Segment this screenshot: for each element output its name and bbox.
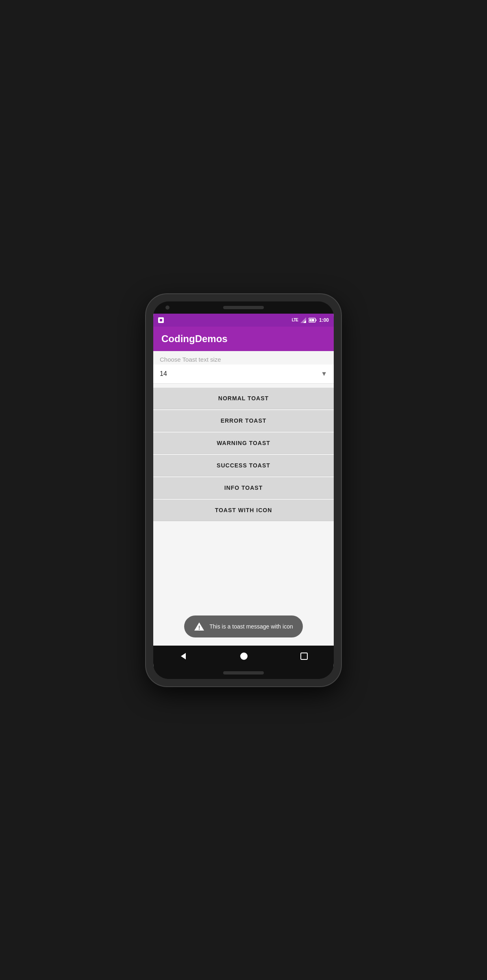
svg-point-10 — [240, 653, 248, 660]
spinner-label: Choose Toast text size — [153, 351, 334, 364]
lte-label: LTE — [292, 318, 298, 322]
warning-toast-button[interactable]: WARNING TOAST — [153, 432, 334, 454]
status-right: LTE 1:00 — [292, 317, 329, 323]
sim-icon — [158, 317, 164, 323]
app-bar: CodingDemos — [153, 327, 334, 351]
toast-buttons-container: NORMAL TOAST ERROR TOAST WARNING TOAST S… — [153, 387, 334, 522]
status-bar: LTE 1:00 — [153, 314, 334, 327]
svg-rect-1 — [160, 319, 162, 321]
recents-button[interactable] — [300, 653, 308, 660]
phone-top-bezel — [153, 301, 334, 314]
spacer — [153, 522, 334, 646]
error-toast-button[interactable]: ERROR TOAST — [153, 410, 334, 432]
info-toast-button[interactable]: INFO TOAST — [153, 477, 334, 499]
camera — [165, 306, 170, 310]
status-left — [158, 317, 164, 323]
svg-rect-11 — [301, 653, 307, 659]
navigation-bar — [153, 646, 334, 667]
phone-screen: LTE 1:00 — [153, 301, 334, 679]
text-size-spinner[interactable]: 14 ▼ — [153, 364, 334, 384]
svg-marker-9 — [181, 653, 186, 659]
back-button[interactable] — [179, 652, 187, 660]
recents-icon — [300, 653, 308, 660]
bottom-speaker — [223, 671, 264, 674]
back-icon — [179, 652, 187, 660]
toast-with-icon-button[interactable]: TOAST WITH ICON — [153, 500, 334, 521]
phone-frame: LTE 1:00 — [146, 294, 341, 686]
home-icon — [239, 652, 248, 661]
signal-icon — [300, 317, 306, 323]
svg-rect-6 — [315, 319, 316, 321]
dropdown-arrow-icon: ▼ — [321, 370, 327, 378]
phone-bottom-bezel — [153, 667, 334, 679]
main-content: Choose Toast text size 14 ▼ NORMAL TOAST… — [153, 351, 334, 646]
spinner-value: 14 — [160, 370, 167, 378]
battery-icon — [309, 318, 317, 323]
time-display: 1:00 — [319, 317, 329, 323]
home-button[interactable] — [239, 652, 248, 661]
success-toast-button[interactable]: SUCCESS TOAST — [153, 455, 334, 476]
app-title: CodingDemos — [161, 333, 228, 344]
speaker — [223, 306, 264, 309]
normal-toast-button[interactable]: NORMAL TOAST — [153, 388, 334, 409]
screen: LTE 1:00 — [153, 314, 334, 667]
